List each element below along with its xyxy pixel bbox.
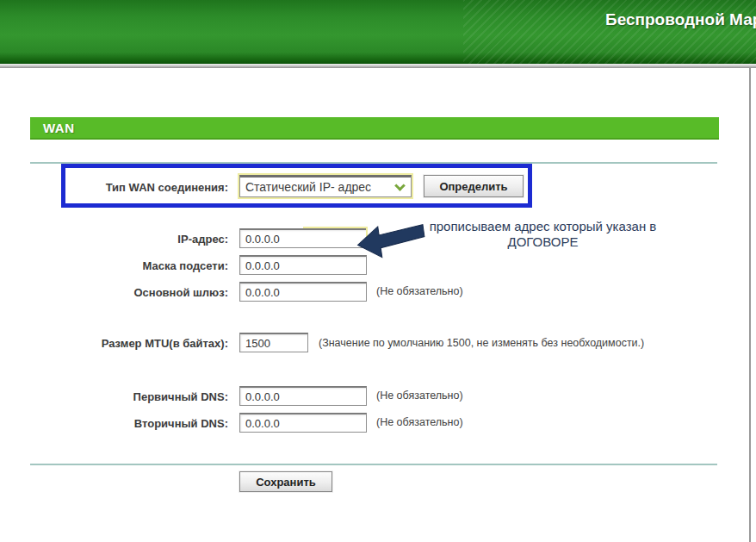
- section-title-bar: WAN: [30, 117, 719, 140]
- ip-input[interactable]: [239, 228, 367, 248]
- divider-bottom: [30, 464, 717, 465]
- chevron-down-icon: [394, 180, 406, 191]
- mask-label: Маска подсети:: [0, 259, 228, 272]
- annotation-line1: прописываем адрес который указан в: [412, 219, 674, 234]
- top-banner: Беспроводной Мар: [0, 0, 756, 64]
- page-right-border: [749, 68, 751, 542]
- save-button[interactable]: Сохранить: [239, 471, 332, 492]
- router-config-page: Беспроводной Мар WAN Тип WAN соединения:…: [0, 0, 756, 542]
- banner-bottom-edge: [0, 64, 756, 68]
- gateway-input[interactable]: [239, 282, 367, 302]
- detect-button[interactable]: Определить: [424, 175, 524, 197]
- dns1-input[interactable]: [239, 386, 367, 406]
- mask-input[interactable]: [239, 255, 367, 275]
- wan-type-selected-value: Статический IP- адрес: [245, 180, 371, 194]
- mtu-label: Размер MTU(в байтах):: [0, 337, 228, 350]
- dns2-label: Вторичный DNS:: [0, 417, 228, 430]
- banner-title: Беспроводной Мар: [605, 10, 756, 29]
- divider-top: [30, 162, 717, 164]
- mtu-input[interactable]: [239, 333, 308, 352]
- annotation-text: прописываем адрес который указан в ДОГОВ…: [412, 219, 674, 250]
- wan-type-label: Тип WAN соединения:: [0, 181, 228, 194]
- ip-label: IP-адрес:: [0, 233, 228, 246]
- dns1-note: (Не обязательно): [376, 389, 463, 402]
- dns1-label: Первичный DNS:: [0, 390, 228, 403]
- annotation-line2: ДОГОВОРЕ: [412, 234, 674, 250]
- gateway-label: Основной шлюз:: [0, 286, 228, 299]
- gateway-note: (Не обязательно): [376, 285, 463, 297]
- dns2-note: (Не обязательно): [376, 416, 463, 428]
- wan-type-select[interactable]: Статический IP- адрес: [239, 175, 412, 197]
- dns2-input[interactable]: [239, 413, 367, 433]
- mtu-note: (Значение по умолчанию 1500, не изменять…: [319, 337, 644, 349]
